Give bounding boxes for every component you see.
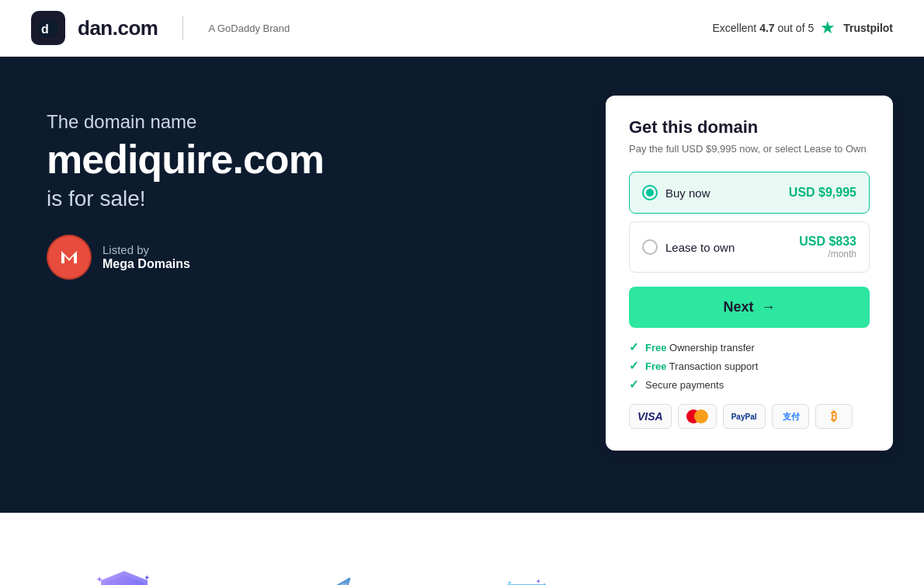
- alipay-payment-icon: 支付: [772, 404, 809, 429]
- dan-logo-icon: d: [37, 17, 59, 39]
- lease-left: Lease to own: [642, 239, 735, 255]
- mega-domains-logo: [47, 235, 92, 280]
- buy-now-radio: [642, 185, 658, 200]
- next-button-label: Next: [723, 299, 753, 315]
- hero-domain-name: mediquire.com: [47, 138, 324, 182]
- hero-left-content: The domain name mediquire.com is for sal…: [47, 103, 324, 280]
- check-icon-3: ✓: [629, 378, 639, 392]
- trustpilot-outof: out of 5: [778, 22, 815, 34]
- lease-radio: [642, 239, 658, 255]
- free-secure-text: Secure payments: [645, 379, 724, 391]
- hassle-free-icon: ✦ ✦ ✦: [493, 563, 563, 585]
- lease-label: Lease to own: [665, 241, 735, 254]
- lease-price: USD $833: [799, 235, 856, 249]
- logo-area: d dan.com A GoDaddy Brand: [31, 11, 290, 45]
- trustpilot-score: 4.7: [759, 22, 774, 34]
- card-title: Get this domain: [629, 117, 870, 138]
- hero-subtitle: The domain name: [47, 111, 324, 133]
- visa-payment-icon: VISA: [629, 404, 672, 429]
- buy-now-left: Buy now: [642, 185, 710, 200]
- svg-text:✦: ✦: [144, 573, 150, 582]
- bitcoin-payment-icon: ₿: [815, 404, 853, 429]
- free-transaction-text: Transaction support: [669, 360, 758, 372]
- card-subtitle: Pay the full USD $9,995 now, or select L…: [629, 142, 870, 156]
- trustpilot-stars-icon: ★: [820, 18, 834, 38]
- lease-option[interactable]: Lease to own USD $833 /month: [629, 221, 870, 273]
- listed-by-section: Listed by Mega Domains: [47, 235, 324, 280]
- svg-text:d: d: [41, 23, 49, 36]
- free-ownership-text: Ownership transfer: [669, 342, 755, 353]
- hero-forsale-text: is for sale!: [47, 186, 324, 211]
- buy-now-label: Buy now: [665, 186, 710, 200]
- payment-icons-row: VISA PayPal 支付 ₿: [629, 404, 870, 429]
- listed-by-text: Listed by Mega Domains: [102, 243, 190, 271]
- svg-point-2: [55, 243, 83, 271]
- hero-section: The domain name mediquire.com is for sal…: [0, 57, 924, 513]
- svg-text:支付: 支付: [782, 412, 800, 421]
- svg-text:✦: ✦: [507, 580, 512, 585]
- buy-now-price-wrap: USD $9,995: [789, 186, 856, 200]
- dan-logo-text: dan.com: [78, 16, 158, 40]
- trustpilot-rating-text: Excellent 4.7 out of 5: [712, 22, 814, 34]
- free-items-list: ✓ Free Ownership transfer ✓ Free Transac…: [629, 340, 870, 392]
- buy-now-price: USD $9,995: [789, 186, 856, 200]
- free-item-transaction: ✓ Free Transaction support: [629, 359, 870, 373]
- svg-text:✦: ✦: [96, 574, 103, 585]
- lease-per-month: /month: [799, 249, 856, 259]
- fast-easy-icon-wrap: [287, 559, 365, 585]
- feature-hassle-free: ✦ ✦ ✦ Hassle free payments: [450, 559, 606, 585]
- check-icon-2: ✓: [629, 359, 639, 373]
- buyer-protection-icon: ✦ ✦ ·: [89, 563, 159, 585]
- godaddy-brand-label: A GoDaddy Brand: [208, 23, 290, 34]
- features-section: ✦ ✦ · Buyer Protection program Fast & ea…: [0, 513, 924, 585]
- svg-text:✦: ✦: [536, 578, 541, 585]
- free-label-1: Free: [645, 342, 666, 353]
- check-icon-1: ✓: [629, 340, 639, 354]
- next-arrow-icon: →: [762, 299, 776, 315]
- logo-separator: [182, 16, 183, 40]
- lease-price-wrap: USD $833 /month: [799, 235, 856, 259]
- hassle-free-icon-wrap: ✦ ✦ ✦: [489, 559, 567, 585]
- free-item-ownership: ✓ Free Ownership transfer: [629, 340, 870, 354]
- trustpilot-excellent: Excellent: [712, 22, 756, 34]
- listed-by-label: Listed by Mega Domains: [102, 243, 190, 271]
- domain-card: Get this domain Pay the full USD $9,995 …: [606, 96, 893, 451]
- mega-domains-name: Mega Domains: [102, 257, 190, 271]
- next-button[interactable]: Next →: [629, 287, 870, 328]
- trustpilot-area: Excellent 4.7 out of 5 ★ Trustpilot: [712, 18, 893, 38]
- paypal-payment-icon: PayPal: [723, 404, 766, 429]
- free-label-2: Free: [645, 360, 666, 372]
- dan-logo-box: d: [31, 11, 65, 45]
- mega-domains-logo-icon: [55, 243, 83, 271]
- buy-now-option[interactable]: Buy now USD $9,995: [629, 172, 870, 214]
- header: d dan.com A GoDaddy Brand Excellent 4.7 …: [0, 0, 924, 57]
- fast-easy-icon: [291, 563, 361, 585]
- mastercard-payment-icon: [678, 404, 717, 429]
- buyer-protection-icon-wrap: ✦ ✦ ·: [85, 559, 163, 585]
- svg-text:✦: ✦: [541, 581, 547, 585]
- trustpilot-logo-text: Trustpilot: [843, 22, 893, 34]
- svg-marker-8: [303, 579, 349, 585]
- feature-fast-easy: Fast & easy transfers: [248, 559, 404, 585]
- free-item-secure: ✓ Secure payments: [629, 378, 870, 392]
- feature-buyer-protection: ✦ ✦ · Buyer Protection program: [47, 559, 202, 585]
